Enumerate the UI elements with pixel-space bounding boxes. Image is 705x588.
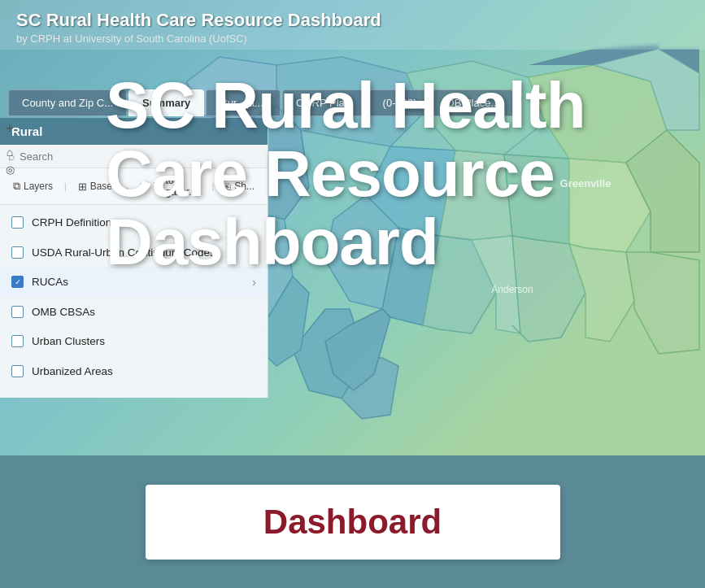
layer-label-urbanized: Urbanized Areas (32, 364, 256, 379)
bottom-section: Dashboard (0, 455, 705, 588)
tab-ocrp[interactable]: OCRP Pla... (282, 89, 368, 116)
basemap-button[interactable]: ⊞ Basem... (73, 178, 133, 195)
plus-icon[interactable]: + (1, 120, 19, 137)
layer-item-rucas[interactable]: RUCAs › (0, 268, 268, 298)
layers-icon: ⧉ (13, 180, 20, 193)
svg-text:Greenville: Greenville (560, 177, 611, 189)
layer-label-usda: USDA Rural-Urban Continuum Codes (32, 246, 256, 260)
search-bar[interactable]: ⌕ (0, 145, 268, 168)
tab-bar: County and Zip C... Summary Rur...(a...)… (0, 89, 705, 116)
left-panel: Rural ⌕ ⧉ Layers | ⊞ Basem... | 🖼 to gal… (0, 118, 268, 398)
tab-ob-place[interactable]: OB Place... (433, 89, 514, 116)
search-input[interactable] (20, 150, 259, 163)
checkbox-urban-clusters[interactable] (11, 335, 24, 347)
layer-label-rucas: RUCAs (32, 275, 244, 290)
layer-item-urban-clusters[interactable]: Urban Clusters (0, 327, 268, 357)
header: SC Rural Health Care Resource Dashboard … (0, 0, 705, 50)
toolbar-row: ⧉ Layers | ⊞ Basem... | 🖼 to galler... |… (0, 168, 268, 205)
tab-rural[interactable]: Rur...(a...) (206, 89, 281, 116)
checkbox-urbanized[interactable] (11, 365, 24, 377)
svg-text:Anderson: Anderson (491, 284, 533, 295)
layer-item-omb[interactable]: OMB CBSAs (0, 298, 268, 328)
share-button[interactable]: ⎗ Sh... (220, 178, 259, 194)
svg-marker-15 (626, 252, 699, 354)
layer-label-crph: CRPH Definition (32, 216, 256, 230)
gallery-label: to galler... (166, 175, 201, 198)
layers-button[interactable]: ⧉ Layers (8, 177, 58, 195)
tab-score[interactable]: (0-100) (369, 89, 431, 116)
share-icon: ⎗ (225, 181, 231, 191)
page-title: SC Rural Health Care Resource Dashboard (16, 10, 689, 31)
share-label: Sh... (234, 181, 255, 192)
chevron-right-icon: › (252, 276, 256, 289)
checkbox-omb[interactable] (11, 306, 24, 318)
tab-summary[interactable]: Summary (128, 89, 204, 116)
page-subtitle: by CRPH at University of South Carolina … (16, 33, 689, 45)
checkbox-rucas[interactable] (11, 276, 24, 288)
sep2: | (140, 182, 142, 191)
layers-label: Layers (24, 181, 53, 192)
layer-item-crph[interactable]: CRPH Definition (0, 208, 268, 238)
checkbox-usda[interactable] (11, 246, 24, 259)
gallery-button[interactable]: 🖼 to galler... (149, 172, 206, 200)
checkbox-crph[interactable] (11, 216, 24, 229)
location-icon[interactable]: ◎ (1, 163, 19, 176)
gallery-icon: 🖼 (154, 181, 163, 191)
dashboard-button[interactable]: Dashboard (146, 485, 560, 560)
sep1: | (64, 182, 67, 191)
sep3: | (212, 182, 215, 191)
layer-list: CRPH Definition USDA Rural-Urban Continu… (0, 205, 268, 390)
layer-label-omb: OMB CBSAs (32, 305, 256, 320)
basemap-icon: ⊞ (78, 181, 87, 193)
layer-item-urbanized[interactable]: Urbanized Areas (0, 357, 268, 387)
basemap-label: Basem... (90, 181, 128, 192)
panel-header: Rural (0, 118, 268, 145)
tab-county-zip[interactable]: County and Zip C... (8, 89, 127, 116)
layer-label-urban-clusters: Urban Clusters (32, 334, 256, 349)
layer-item-usda[interactable]: USDA Rural-Urban Continuum Codes (0, 238, 268, 268)
home-icon[interactable]: ⌂ (1, 146, 19, 159)
